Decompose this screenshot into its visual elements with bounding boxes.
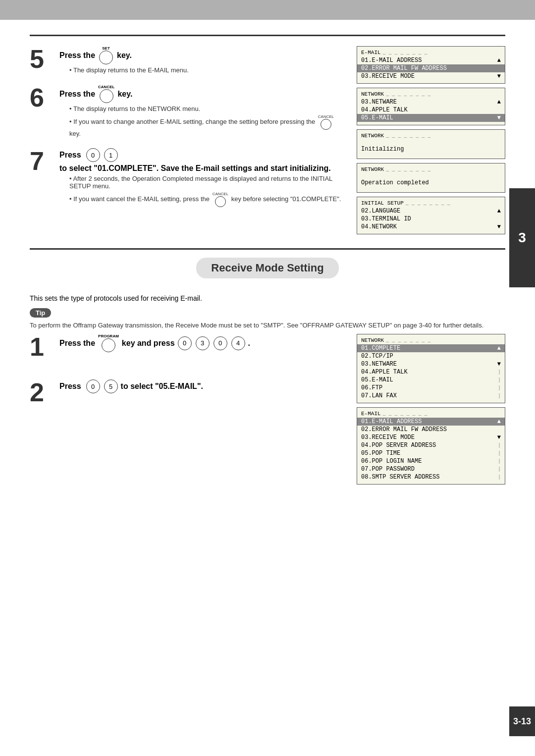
receive-step-2-title: Press 0 5 to select "05.E-MAIL".	[59, 379, 342, 393]
screen-r1-row2: 02.TCP/IP	[361, 352, 501, 360]
set-key[interactable]	[99, 51, 113, 64]
screen-is-row2: 03.TERMINAL ID	[361, 215, 501, 223]
receive-step-1-content: Press the PROGRAM key and press 0 3 0 4 …	[59, 334, 342, 354]
program-key-label: PROGRAM	[98, 334, 119, 338]
screen-r2-row3: 03.RECEIVE MODE ▼	[361, 433, 501, 441]
receive-step-1-left: 1 Press the PROGRAM key and press 0 3 0	[30, 334, 342, 488]
key-0-r2[interactable]: 0	[86, 379, 100, 393]
screen-header-r1: NETWORK _ _ _ _ _ _ _ _	[361, 337, 501, 343]
screen-initial-setup: INITIAL SETUP _ _ _ _ _ _ _ _ 02.LANGUAG…	[357, 197, 505, 234]
receive-mode-description: This sets the type of protocols used for…	[30, 294, 505, 302]
step-6-pre: Press the	[59, 90, 95, 99]
receive-step-1-mid: key and press	[122, 339, 175, 348]
screen-r2-row2: 02.ERROR MAIL FW ADDRESS	[361, 426, 501, 433]
receive-step-2-content: Press 0 5 to select "05.E-MAIL".	[59, 379, 342, 395]
screen-header-init: NETWORK _ _ _ _ _ _ _ _	[361, 133, 501, 139]
screen-title-r2: E-MAIL	[361, 411, 381, 417]
step-7-title: Press 0 1 to select "01.COMPLETE". Save …	[59, 148, 342, 173]
receive-step-1-title: Press the PROGRAM key and press 0 3 0 4 …	[59, 334, 342, 352]
screen-row-6-2: 04.APPLE TALK	[361, 106, 501, 114]
cancel-key-7[interactable]	[215, 196, 226, 207]
step-6-bullet2: If you want to change another E-MAIL set…	[69, 114, 342, 137]
page-number: 3-13	[513, 716, 531, 727]
key-5-r2[interactable]: 5	[104, 379, 118, 393]
screen-r1-row3: 03.NETWARE ▼	[361, 360, 501, 368]
screen-r1-row7: 07.LAN FAX |	[361, 392, 501, 400]
receive-step-1-number: 1	[30, 334, 54, 360]
receive-step-2-title-text: to select "05.E-MAIL".	[121, 382, 203, 391]
cancel-key-label-inline: CANCEL	[318, 114, 334, 119]
screen-title-complete: NETWORK	[361, 166, 384, 172]
screen-email-r2: E-MAIL _ _ _ _ _ _ _ _ 01.E-MAIL ADDRESS…	[357, 407, 505, 485]
screen-header-5: E-MAIL _ _ _ _ _ _ _ _	[361, 50, 501, 55]
section-divider	[30, 248, 505, 250]
screen-r2-row4: 04.POP SERVER ADDRESS |	[361, 441, 501, 449]
step-6: 6 Press the CANCEL key. The display retu…	[30, 85, 342, 139]
step-5-number: 5	[30, 46, 54, 72]
screen-title-init: NETWORK	[361, 133, 384, 139]
cancel-key-label-6: CANCEL	[98, 85, 114, 89]
screen-row-5-3: 03.RECEIVE MODE ▼	[361, 72, 501, 80]
cancel-key-inline[interactable]	[321, 119, 331, 130]
screen-row-5-1: 01.E-MAIL ADDRESS ▲	[361, 56, 501, 64]
screen-network-menu: NETWORK _ _ _ _ _ _ _ _ 03.NETWARE ▲ 04.…	[357, 88, 505, 125]
tip-container: Tip To perform the Offramp Gateway trans…	[30, 308, 505, 329]
screen-header-complete: NETWORK _ _ _ _ _ _ _ _	[361, 166, 501, 172]
step-5: 5 Press the SET key. The display returns…	[30, 46, 342, 76]
key-4-r1[interactable]: 4	[231, 336, 245, 350]
chapter-number: 3	[518, 230, 526, 246]
screen-r2-row7: 07.POP PASSWORD |	[361, 465, 501, 473]
step-5-bullet1: The display returns to the E-MAIL menu.	[69, 66, 342, 74]
receive-step-2: 2 Press 0 5 to select "05.E-MAIL".	[30, 379, 342, 405]
screen-r2-row8: 08.SMTP SERVER ADDRESS |	[361, 473, 501, 481]
cancel-key-6[interactable]	[100, 89, 113, 103]
receive-step-1-row: 1 Press the PROGRAM key and press 0 3 0	[30, 334, 505, 488]
program-key[interactable]	[102, 338, 115, 352]
receive-step-1: 1 Press the PROGRAM key and press 0 3 0	[30, 334, 342, 360]
screen-is-row1: 02.LANGUAGE ▲	[361, 207, 501, 215]
screen-dashes-is: _ _ _ _ _ _ _ _	[406, 201, 450, 206]
screen-operation-completed: NETWORK _ _ _ _ _ _ _ _ Operation comple…	[357, 163, 505, 193]
key-0b-r1[interactable]: 0	[214, 336, 227, 350]
receive-mode-header: Receive Mode Setting	[196, 258, 338, 278]
step-5-content: Press the SET key. The display returns t…	[59, 46, 342, 76]
key-0-r1[interactable]: 0	[178, 336, 192, 350]
step-6-content: Press the CANCEL key. The display return…	[59, 85, 342, 139]
receive-step-1-post: .	[248, 339, 250, 348]
top-rule	[30, 35, 505, 36]
step-5-body: The display returns to the E-MAIL menu.	[59, 66, 342, 74]
key-1-step7[interactable]: 1	[104, 148, 118, 162]
step-5-post: key.	[117, 51, 132, 60]
screen-header-6: NETWORK _ _ _ _ _ _ _ _	[361, 91, 501, 97]
step-7-bullet1: After 2 seconds, the Operation Completed…	[69, 175, 342, 190]
step-7-bullet2: If you want cancel the E-MAIL setting, p…	[69, 192, 342, 207]
step-6-body: The display returns to the NETWORK menu.…	[59, 105, 342, 137]
step-7-number: 7	[30, 148, 54, 174]
step-6-title: Press the CANCEL key.	[59, 85, 342, 103]
screen-header-is: INITIAL SETUP _ _ _ _ _ _ _ _	[361, 200, 501, 206]
step-7-title-text: to select "01.COMPLETE". Save the E-mail…	[59, 164, 331, 173]
screen-r1-row5: 05.E-MAIL |	[361, 376, 501, 384]
screen-dashes-6: _ _ _ _ _ _ _ _	[386, 92, 430, 97]
screen-network-r1: NETWORK _ _ _ _ _ _ _ _ 01.COMPLETE ▲ 02…	[357, 334, 505, 403]
key-0-step7[interactable]: 0	[86, 148, 100, 162]
screen-complete-text: Operation completed	[361, 179, 501, 186]
page: 3 5 Press the SET key.	[0, 0, 535, 756]
step-7: 7 Press 0 1 to select "01.COMPLETE". Sav…	[30, 148, 342, 209]
set-key-label: SET	[98, 46, 114, 51]
page-number-tab: 3-13	[509, 706, 535, 736]
receive-step-1-pre: Press the	[59, 339, 95, 348]
screen-initializing: NETWORK _ _ _ _ _ _ _ _ Initializing	[357, 129, 505, 159]
tip-text: To perform the Offramp Gateway transmiss…	[30, 322, 505, 329]
chapter-tab: 3	[509, 188, 535, 287]
receive-steps-screens: NETWORK _ _ _ _ _ _ _ _ 01.COMPLETE ▲ 02…	[357, 334, 505, 488]
screen-r1-row4: 04.APPLE TALK |	[361, 368, 501, 376]
screen-init-text: Initializing	[361, 146, 501, 153]
step-7-body: After 2 seconds, the Operation Completed…	[59, 175, 342, 207]
step-6-number: 6	[30, 85, 54, 110]
screen-dashes-r1: _ _ _ _ _ _ _ _	[386, 338, 430, 343]
screen-dashes-init: _ _ _ _ _ _ _ _	[386, 133, 430, 139]
screen-r1-row1: 01.COMPLETE ▲	[357, 344, 505, 352]
screen-r2-row6: 06.POP LOGIN NAME |	[361, 457, 501, 465]
key-3-r1[interactable]: 3	[196, 336, 210, 350]
